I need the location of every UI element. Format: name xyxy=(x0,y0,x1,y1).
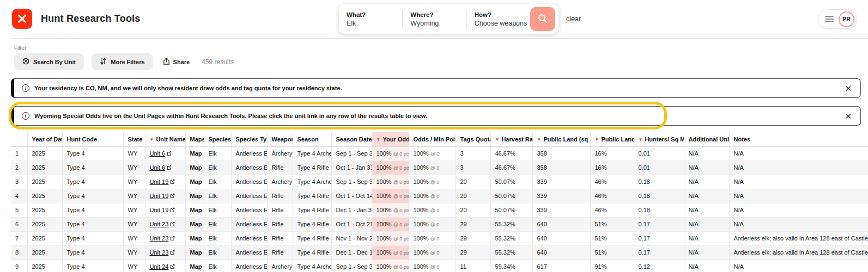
cell-additional-units: N/A xyxy=(684,245,729,259)
cell-unit-name[interactable]: Unit 6 xyxy=(145,146,185,160)
search-button[interactable] xyxy=(530,7,555,31)
map-link[interactable]: Map xyxy=(190,235,202,242)
banner-close-icon[interactable]: ✕ xyxy=(845,112,852,120)
search-how-field[interactable]: How? Choose weapons xyxy=(467,7,530,32)
unit-link[interactable]: Unit 19 xyxy=(150,207,175,213)
unit-link[interactable]: Unit 6 xyxy=(150,164,172,171)
search-what-field[interactable]: What? Elk xyxy=(339,7,402,32)
map-link[interactable]: Map xyxy=(190,263,202,270)
column-header-public-land-sq-mi[interactable]: ▼Public Land (sq mi) xyxy=(532,132,590,146)
unit-link[interactable]: Unit 23 xyxy=(150,235,175,242)
cell-notes: N/A xyxy=(729,175,868,189)
unit-link[interactable]: Unit 6 xyxy=(150,150,172,157)
cell-unit-name[interactable]: Unit 19 xyxy=(145,189,185,203)
sort-descending-icon: ▼ xyxy=(150,137,154,142)
cell-species: Elk xyxy=(204,175,231,189)
sort-descending-icon: ▼ xyxy=(639,137,643,142)
table-row: 82025Type 4WYUnit 23MapElkAntlerless Elk… xyxy=(11,245,868,259)
map-link[interactable]: Map xyxy=(190,164,202,171)
cell-hunt-code: Type 4 xyxy=(62,160,123,175)
cell-maps[interactable]: Map xyxy=(185,203,204,217)
cell-season-dates: Oct 1 - Oct 14 xyxy=(331,189,372,203)
column-header-tags-quota: Tags Quota xyxy=(456,132,490,146)
cell-public-land: 16% xyxy=(590,160,634,175)
cell-species-type: Antlerless Elk xyxy=(231,259,267,272)
cell-unit-name[interactable]: Unit 6 xyxy=(145,160,185,175)
cell-year-of-data: 2025 xyxy=(27,160,62,175)
cell-row-number: 9 xyxy=(11,259,27,272)
cell-state: WY xyxy=(123,175,145,189)
cell-harvest-rate: 55.32% xyxy=(490,217,532,231)
sort-descending-icon: ▼ xyxy=(595,137,599,142)
column-header-unit-name[interactable]: ▼Unit Name xyxy=(145,132,185,146)
column-header-hunters-sq-mi[interactable]: ▼Hunters/ Sq Mi xyxy=(634,132,684,146)
cell-hunters-sq-mi: 0.17 xyxy=(634,231,684,245)
share-label: Share xyxy=(173,59,190,65)
cell-hunt-code: Type 4 xyxy=(62,203,123,217)
map-link[interactable]: Map xyxy=(190,150,202,157)
cell-unit-name[interactable]: Unit 19 xyxy=(145,203,185,217)
special-odds-banner-text: Wyoming Special Odds live on the Unit Pa… xyxy=(34,113,427,119)
odds-points-detail: @ 0 pts xyxy=(393,151,409,157)
cell-maps[interactable]: Map xyxy=(185,259,204,272)
cell-unit-name[interactable]: Unit 19 xyxy=(145,175,185,189)
cell-public-land-sq-mi: 640 xyxy=(532,245,590,259)
cell-hunt-code: Type 4 xyxy=(62,245,123,259)
map-link[interactable]: Map xyxy=(190,178,202,185)
cell-unit-name[interactable]: Unit 23 xyxy=(145,231,185,245)
cell-species: Elk xyxy=(204,160,231,175)
map-link[interactable]: Map xyxy=(190,193,202,199)
cell-maps[interactable]: Map xyxy=(185,175,204,189)
clear-link[interactable]: clear xyxy=(566,15,581,23)
results-table-body: 12025Type 4WYUnit 6MapElkAntlerless ElkA… xyxy=(11,146,868,272)
cell-year-of-data: 2025 xyxy=(27,203,62,217)
cell-hunt-code: Type 4 xyxy=(62,175,123,189)
cell-public-land-sq-mi: 640 xyxy=(532,217,590,231)
map-link[interactable]: Map xyxy=(190,221,202,227)
avatar[interactable]: PR xyxy=(839,11,854,27)
odds-points-detail: @ 0 pts xyxy=(393,236,409,242)
column-header-your-odds[interactable]: ▼Your Odds xyxy=(372,132,409,146)
map-link[interactable]: Map xyxy=(190,249,202,256)
unit-link[interactable]: Unit 19 xyxy=(150,178,175,185)
share-button[interactable]: Share xyxy=(161,53,192,70)
cell-maps[interactable]: Map xyxy=(185,217,204,231)
cell-harvest-rate: 50.07% xyxy=(490,189,532,203)
cell-maps[interactable]: Map xyxy=(185,146,204,160)
cell-maps[interactable]: Map xyxy=(185,245,204,259)
menu-icon[interactable] xyxy=(825,16,834,22)
cell-species: Elk xyxy=(204,189,231,203)
unit-link[interactable]: Unit 23 xyxy=(150,221,175,227)
cell-maps[interactable]: Map xyxy=(185,160,204,175)
cell-season: Type 4 Rifle xyxy=(293,203,331,217)
residency-banner-text: Your residency is CO, NM, and we will on… xyxy=(34,85,342,91)
unit-link[interactable]: Unit 23 xyxy=(150,249,175,256)
banner-close-icon[interactable]: ✕ xyxy=(845,84,852,92)
cell-unit-name[interactable]: Unit 24 xyxy=(145,259,185,272)
map-link[interactable]: Map xyxy=(190,207,202,213)
column-header-public-land[interactable]: ▼Public Land (%) xyxy=(590,132,634,146)
column-header-harvest-rate[interactable]: ▼Harvest Rate xyxy=(490,132,532,146)
cell-unit-name[interactable]: Unit 23 xyxy=(145,217,185,231)
unit-link[interactable]: Unit 19 xyxy=(150,193,175,199)
column-header-year-of-data: Year of Data xyxy=(27,132,62,146)
unit-link[interactable]: Unit 24 xyxy=(150,263,175,270)
cell-maps[interactable]: Map xyxy=(185,231,204,245)
info-icon: i xyxy=(22,84,29,92)
app-logo-icon[interactable] xyxy=(12,9,32,29)
cell-public-land: 46% xyxy=(590,189,634,203)
cell-year-of-data: 2025 xyxy=(27,217,62,231)
more-filters-button[interactable]: More Filters xyxy=(92,53,153,70)
search-by-unit-button[interactable]: Search By Unit xyxy=(14,53,84,70)
cell-maps[interactable]: Map xyxy=(185,189,204,203)
cell-weapon: Rifle xyxy=(267,231,293,245)
cell-state: WY xyxy=(123,217,145,231)
external-link-icon xyxy=(170,178,175,185)
cell-unit-name[interactable]: Unit 23 xyxy=(145,245,185,259)
odds-points-detail: @ 0 pts xyxy=(393,180,409,185)
cell-state: WY xyxy=(123,259,145,272)
cell-row-number: 5 xyxy=(11,203,27,217)
search-where-field[interactable]: Where? Wyoming xyxy=(403,7,466,32)
cell-state: WY xyxy=(123,146,145,160)
column-header-row-number xyxy=(11,132,27,146)
